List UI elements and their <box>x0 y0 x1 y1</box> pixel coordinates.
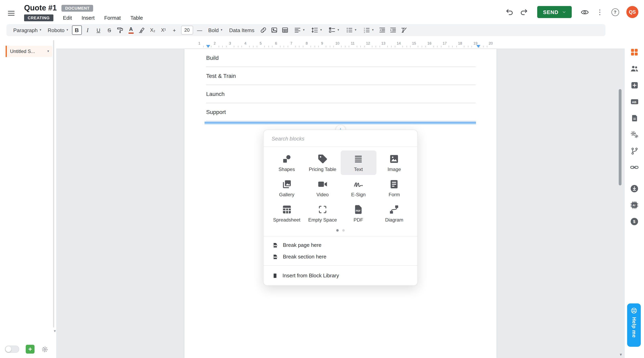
block-text[interactable]: Text <box>340 150 376 175</box>
break-page-action[interactable]: Break page here <box>264 239 417 251</box>
add-section-button[interactable]: + <box>26 345 34 354</box>
insert-position-indicator <box>204 121 476 124</box>
more-options-icon[interactable]: ⋮ <box>594 6 606 18</box>
sidebar-scrollbar[interactable] <box>53 40 54 328</box>
block-empty-space[interactable]: Empty Space <box>305 201 341 226</box>
menu-insert[interactable]: Insert <box>82 15 94 21</box>
pagination-dot[interactable] <box>336 229 339 232</box>
block-pdf[interactable]: PDF PDF <box>340 201 376 226</box>
insert-link-icon[interactable] <box>258 25 268 35</box>
pages-icon[interactable] <box>629 112 640 124</box>
add-block-icon[interactable] <box>629 79 640 91</box>
numbered-list-dropdown[interactable]: 123▾ <box>360 25 376 35</box>
workflow-icon[interactable] <box>629 145 640 157</box>
data-items-button[interactable]: Data Items <box>226 27 258 33</box>
menu-format[interactable]: Format <box>104 15 121 21</box>
sidebar-item-section[interactable]: Untitled S... ▾ <box>6 46 52 57</box>
insert-from-block-library-action[interactable]: Insert from Block Library <box>264 269 417 283</box>
undo-icon[interactable] <box>504 6 515 18</box>
ruler-number: 15 <box>412 41 416 45</box>
download-icon[interactable] <box>629 183 640 194</box>
bullet-list-dropdown[interactable]: ▾ <box>343 25 359 35</box>
integrations-icon[interactable] <box>629 162 640 173</box>
block-esign[interactable]: E-Sign <box>340 176 376 200</box>
sidebar-scroll-down-icon[interactable]: ▾ <box>54 329 56 333</box>
ruler-number: 19 <box>473 41 478 45</box>
strikethrough-button[interactable]: S <box>104 25 114 35</box>
table-row[interactable]: Test & Train <box>206 67 476 85</box>
ruler-number: 9 <box>321 41 323 45</box>
highlighter-icon[interactable] <box>137 25 147 35</box>
block-gallery[interactable]: Gallery <box>269 176 305 200</box>
font-family-dropdown[interactable]: Roboto▾ <box>45 25 71 35</box>
left-indent-marker[interactable] <box>206 45 210 48</box>
format-painter-icon[interactable] <box>115 25 125 35</box>
ruler-tick <box>218 46 219 47</box>
ruler-tick <box>426 46 426 47</box>
main-scrollbar[interactable] <box>619 89 622 185</box>
indent-icon[interactable] <box>388 25 398 35</box>
paragraph-style-dropdown[interactable]: Paragraph▾ <box>10 25 44 35</box>
ai-assistant-icon[interactable]: AI <box>629 199 640 211</box>
help-me-widget[interactable]: Help me <box>627 304 641 347</box>
pagination-dot[interactable] <box>342 229 345 232</box>
font-size-input[interactable]: 20 <box>181 26 193 34</box>
variables-icon[interactable]: AB <box>629 96 640 107</box>
search-input[interactable] <box>272 136 409 142</box>
ruler-number: 20 <box>489 41 493 45</box>
content-blocks-icon[interactable] <box>629 46 640 58</box>
font-color-button[interactable]: A <box>126 25 136 35</box>
left-sidebar: Untitled S... ▾ ▾ + <box>0 40 56 358</box>
preview-eye-icon[interactable] <box>579 6 590 18</box>
block-form[interactable]: Form <box>376 176 412 200</box>
help-icon[interactable]: ? <box>610 6 621 18</box>
block-spreadsheet[interactable]: Spreadsheet <box>269 201 305 226</box>
clear-formatting-icon[interactable] <box>399 25 409 35</box>
block-label: Text <box>354 166 363 172</box>
right-indent-marker[interactable] <box>476 45 480 48</box>
ruler-tick <box>242 46 242 47</box>
table-row[interactable]: Build <box>206 49 476 67</box>
send-button[interactable]: SEND <box>538 6 572 18</box>
line-spacing-dropdown[interactable]: ▾ <box>308 25 324 35</box>
pricing-icon[interactable]: $ <box>629 216 640 227</box>
settings-gears-icon[interactable] <box>629 129 640 140</box>
insert-table-icon[interactable] <box>280 25 290 35</box>
menu-table[interactable]: Table <box>130 15 143 21</box>
menu-edit[interactable]: Edit <box>63 15 72 21</box>
block-image[interactable]: Image <box>376 150 412 175</box>
ruler-tick <box>364 46 364 47</box>
scroll-down-icon[interactable]: ▾ <box>620 352 622 357</box>
subscript-button[interactable]: X₂ <box>148 25 158 35</box>
hamburger-menu-icon[interactable] <box>6 8 17 19</box>
chevron-down-icon: ▾ <box>40 28 41 32</box>
italic-button[interactable]: I <box>82 25 92 35</box>
gallery-icon <box>282 179 292 189</box>
block-pricing-table[interactable]: Pricing Table <box>305 150 341 175</box>
ruler-tick <box>268 46 269 47</box>
block-diagram[interactable]: Diagram <box>376 201 412 226</box>
ruler-tick <box>226 46 227 47</box>
redo-icon[interactable] <box>519 6 530 18</box>
insert-image-icon[interactable] <box>269 25 279 35</box>
main-area: Untitled S... ▾ ▾ + ‹ 123456789101112131… <box>0 40 644 358</box>
checklist-dropdown[interactable]: ▾ <box>326 25 342 35</box>
ruler-tick <box>288 46 288 47</box>
sidebar-settings-gear-icon[interactable] <box>41 345 48 353</box>
table-row[interactable]: Launch <box>206 85 476 103</box>
alignment-dropdown[interactable]: ▾ <box>291 25 307 35</box>
recipients-icon[interactable] <box>629 63 640 74</box>
decrease-font-size-button[interactable]: — <box>194 25 204 35</box>
superscript-button[interactable]: X¹ <box>158 25 168 35</box>
break-section-action[interactable]: Break section here <box>264 251 417 263</box>
outdent-icon[interactable] <box>377 25 387 35</box>
underline-button[interactable]: U <box>93 25 104 35</box>
avatar[interactable]: QS <box>626 6 638 18</box>
preview-toggle[interactable] <box>5 346 19 353</box>
block-shapes[interactable]: Shapes <box>269 150 305 175</box>
block-video[interactable]: Video <box>305 176 341 200</box>
bold-button[interactable]: B <box>72 25 82 35</box>
font-weight-dropdown[interactable]: Bold▾ <box>205 25 225 35</box>
increase-font-size-button[interactable]: + <box>169 25 179 35</box>
table-row[interactable]: Support <box>206 103 476 121</box>
